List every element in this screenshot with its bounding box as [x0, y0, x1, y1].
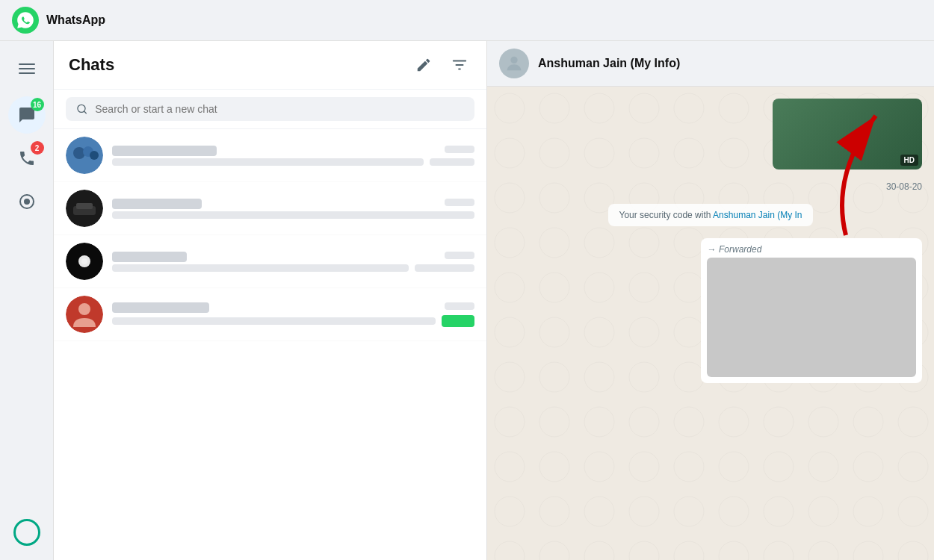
search-icon [76, 103, 87, 115]
date-divider: 30-08-20 [499, 181, 922, 192]
chat-msg-blur-2 [430, 158, 474, 166]
svg-point-2 [24, 199, 30, 205]
svg-rect-10 [76, 203, 93, 209]
chat-name-row [112, 146, 474, 156]
chat-name-row [112, 302, 474, 313]
hamburger-icon [19, 63, 35, 74]
forwarded-label: → Forwarded [707, 244, 916, 255]
calls-badge: 2 [31, 141, 44, 155]
list-item[interactable] [54, 129, 486, 182]
search-input-wrapper[interactable] [66, 97, 474, 121]
chat-time-blur [445, 146, 474, 153]
avatar-image [66, 137, 103, 174]
media-placeholder [707, 258, 916, 377]
security-notice: Your security code with Anshuman Jain (M… [608, 204, 812, 226]
avatar [66, 243, 103, 280]
chat-msg-blur [112, 264, 409, 272]
chats-title: Chats [69, 55, 114, 75]
chat-time-blur [445, 199, 474, 206]
new-chat-icon [415, 57, 432, 73]
chat-content [112, 146, 474, 166]
filter-icon [451, 57, 468, 73]
chat-msg-row [112, 158, 474, 166]
sidebar-menu-button[interactable] [8, 50, 46, 87]
media-message: HD [773, 99, 922, 169]
title-bar: WhatsApp [0, 0, 934, 41]
contact-avatar [499, 49, 529, 78]
chat-name-blur [112, 146, 217, 156]
app-title: WhatsApp [46, 13, 105, 27]
forwarded-message: → Forwarded [701, 238, 922, 383]
svg-point-13 [81, 258, 87, 264]
sidebar-item-communities[interactable] [8, 514, 46, 551]
chat-name-blur [112, 252, 187, 262]
chat-msg-blur [112, 211, 474, 219]
list-item[interactable] [54, 235, 486, 288]
avatar-image [66, 243, 103, 280]
chat-content [112, 199, 474, 219]
person-icon [504, 53, 525, 74]
chat-name-row [112, 252, 474, 262]
chat-area: Anshuman Jain (My Info) HD 30-08-20 Your… [487, 41, 934, 560]
search-bar [54, 90, 486, 129]
chat-msg-row [112, 264, 474, 272]
chat-msg-row [112, 315, 474, 327]
chat-time-blur [445, 252, 474, 259]
chat-panel-header: Chats [54, 41, 486, 90]
chat-name-row [112, 199, 474, 209]
avatar [66, 296, 103, 333]
whatsapp-logo-icon [12, 7, 39, 34]
sidebar-item-chats[interactable]: 16 [8, 96, 46, 134]
avatar [66, 190, 103, 227]
contact-name: Anshuman Jain (My Info) [538, 57, 680, 70]
teal-badge [442, 315, 474, 327]
chat-messages: HD 30-08-20 Your security code with Ansh… [487, 87, 934, 560]
svg-point-16 [510, 57, 517, 63]
chats-badge: 16 [31, 98, 44, 111]
chat-name-blur [112, 199, 202, 209]
svg-point-15 [78, 303, 90, 315]
chat-content [112, 252, 474, 272]
chat-msg-blur-2 [415, 264, 474, 272]
sidebar-item-status[interactable] [8, 183, 46, 220]
communities-icon [13, 519, 40, 546]
chat-time-blur [445, 302, 474, 310]
chat-content [112, 302, 474, 327]
svg-point-7 [90, 151, 99, 160]
chat-msg-row [112, 211, 474, 219]
hd-badge: HD [900, 155, 918, 166]
status-icon [18, 193, 36, 211]
chat-list [54, 129, 486, 560]
chat-panel: Chats [54, 41, 487, 560]
chat-msg-blur [112, 317, 436, 325]
avatar [66, 137, 103, 174]
new-chat-button[interactable] [412, 53, 436, 77]
avatar-image [66, 190, 103, 227]
filter-button[interactable] [448, 53, 471, 77]
chat-msg-blur [112, 158, 424, 166]
chat-header: Anshuman Jain (My Info) [487, 41, 934, 87]
sidebar-item-calls[interactable]: 2 [8, 140, 46, 177]
security-link[interactable]: Anshuman Jain (My In [713, 210, 802, 220]
main-container: 16 2 Chats [0, 41, 934, 560]
chat-name-blur [112, 302, 209, 313]
avatar-image [66, 296, 103, 333]
sidebar: 16 2 [0, 41, 54, 560]
header-actions [412, 53, 471, 77]
list-item[interactable] [54, 182, 486, 235]
list-item[interactable] [54, 288, 486, 341]
search-input[interactable] [95, 103, 464, 115]
